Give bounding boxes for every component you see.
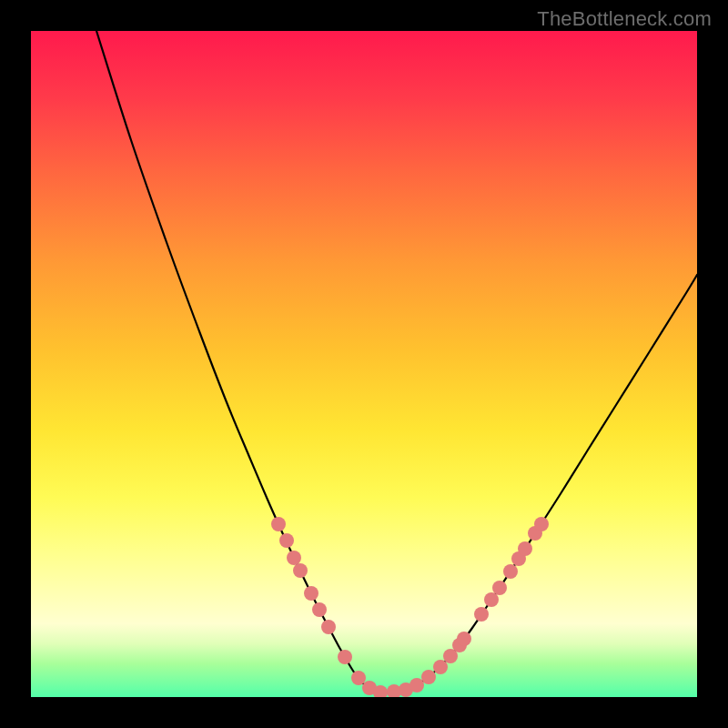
data-dot bbox=[534, 517, 549, 531]
data-dot bbox=[321, 620, 336, 634]
data-dot bbox=[433, 660, 448, 674]
data-dot bbox=[503, 564, 518, 579]
data-dot bbox=[410, 678, 424, 693]
chart-frame: TheBottleneck.com bbox=[0, 0, 728, 728]
data-dot bbox=[312, 602, 327, 617]
data-dot bbox=[484, 592, 499, 607]
data-dot bbox=[304, 586, 318, 601]
bottleneck-curve-right bbox=[384, 275, 697, 693]
plot-area bbox=[31, 31, 697, 697]
watermark-text: TheBottleneck.com bbox=[537, 7, 712, 31]
data-dot bbox=[338, 650, 352, 664]
data-dot bbox=[279, 533, 294, 548]
data-dot bbox=[518, 541, 532, 556]
bottleneck-curve-left bbox=[96, 31, 384, 693]
data-dot bbox=[293, 563, 308, 578]
data-dot bbox=[474, 607, 489, 622]
curve-overlay bbox=[31, 31, 697, 697]
data-dot bbox=[351, 671, 366, 685]
data-dot bbox=[271, 517, 286, 531]
data-dot bbox=[492, 581, 507, 595]
data-dot bbox=[287, 551, 301, 565]
data-dot bbox=[457, 632, 471, 646]
data-dot bbox=[421, 670, 436, 684]
